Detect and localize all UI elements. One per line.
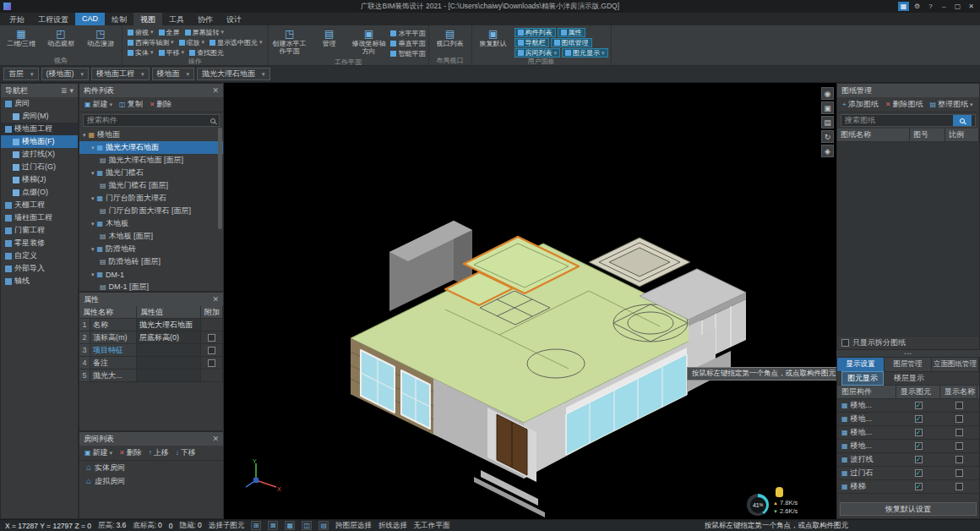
drawing-search-input[interactable]: 搜索图纸 [841, 114, 976, 127]
show-element-checkbox[interactable]: ✓ [915, 402, 923, 409]
attach-checkbox[interactable] [208, 347, 215, 354]
filter-checkbox[interactable] [841, 339, 849, 347]
show-element-checkbox[interactable]: ✓ [915, 429, 923, 436]
component-search-input[interactable]: 搜索构件 [83, 114, 220, 127]
show-name-checkbox[interactable] [956, 415, 963, 423]
ribbon-bigbtn-2-2[interactable]: ▣修改坐标轴方向 [351, 26, 388, 56]
window-select-icon[interactable]: ⊞ [251, 521, 261, 530]
display-subtab-1[interactable]: 楼层显示 [889, 372, 929, 385]
room-toolbar-btn-1[interactable]: ✕删除 [117, 447, 144, 459]
expand-icon[interactable]: ▾ [91, 221, 95, 227]
tree-item-7[interactable]: ▾▦木地板 [79, 217, 223, 230]
panel-toggle-1-0[interactable]: 导航栏 [514, 38, 549, 47]
tree-item-11[interactable]: ▾▦DM-1 [79, 268, 223, 281]
breadcrumb-item-0[interactable]: 首层▾ [3, 68, 39, 80]
ribbon-smbtn-1-1-1[interactable]: 缩放▾ [177, 37, 208, 47]
panel-toggle-0-0[interactable]: 构件列表 [514, 28, 556, 37]
attach-checkbox[interactable] [208, 359, 215, 367]
attach-checkbox[interactable] [208, 334, 215, 342]
zoom-extent-icon[interactable]: ◉ [821, 87, 834, 100]
ribbon-tab-3[interactable]: 绘制 [105, 13, 133, 25]
search-drawings-button[interactable] [953, 115, 972, 126]
show-element-checkbox[interactable]: ✓ [915, 483, 923, 490]
viewcube-icon[interactable]: ▣ [821, 101, 834, 114]
drawing-toolbar-btn-0[interactable]: +添加图纸 [840, 99, 881, 111]
display-tab-2[interactable]: 立面图纸管理 [932, 358, 979, 371]
close-icon[interactable]: ✕ [212, 435, 219, 443]
breadcrumb-item-3[interactable]: 楼地面▾ [152, 68, 195, 80]
component-toolbar-btn-0[interactable]: ▣新建▾ [82, 99, 115, 111]
status-mode-2[interactable]: 无工作平面 [414, 521, 450, 531]
ribbon-bigbtn-4-0[interactable]: ▣恢复默认 [475, 26, 512, 48]
drawing-table-body[interactable] [837, 142, 979, 336]
tree-item-5[interactable]: ▾▦门厅台阶面大理石 [79, 192, 223, 205]
ribbon-bigbtn-2-1[interactable]: ▤管理 [311, 26, 348, 48]
expand-icon[interactable]: ▾ [91, 271, 95, 278]
compass-icon[interactable]: ◈ [821, 145, 834, 157]
room-item-0[interactable]: ⌂实体房间 [79, 461, 223, 474]
panel-splitter[interactable]: ••• [836, 350, 980, 357]
breadcrumb-item-2[interactable]: 楼地面工程▾ [91, 68, 150, 80]
ribbon-bigbtn-3-0[interactable]: ▤视口列表 [432, 26, 469, 48]
nav-item-0[interactable]: 房间 [1, 97, 78, 110]
room-toolbar-btn-3[interactable]: ↓下移 [173, 447, 199, 459]
status-mode-1[interactable]: 折线选择 [378, 521, 407, 531]
close-icon[interactable]: ✕ [212, 86, 219, 95]
ribbon-smbtn-1-1-2[interactable]: 显示选中图元▾ [207, 37, 265, 47]
tree-item-6[interactable]: ▤门厅台阶面大理石 [面层] [79, 205, 223, 217]
prop-value[interactable] [137, 357, 201, 369]
show-name-checkbox[interactable] [956, 442, 963, 450]
nav-item-14[interactable]: 轴线 [1, 275, 78, 287]
expand-icon[interactable]: ▾ [91, 170, 95, 177]
chevron-down-icon[interactable]: ▾ [69, 86, 74, 95]
ribbon-bigbtn-0-0[interactable]: ▦二维/三维 [3, 26, 40, 48]
breadcrumb-item-4[interactable]: 抛光大理石地面▾ [197, 68, 270, 80]
ribbon-smbtn-1-0-1[interactable]: 全屏 [156, 27, 182, 37]
ribbon-smbtn-1-0-0[interactable]: 俯视▾ [125, 27, 156, 37]
ribbon-tab-6[interactable]: 协作 [191, 13, 220, 25]
badge-icon[interactable]: ▦ [898, 2, 909, 11]
nav-item-5[interactable]: 过门石(G) [1, 161, 78, 173]
nav-item-11[interactable]: 零星装修 [1, 237, 78, 249]
scrollbar[interactable] [218, 128, 222, 229]
display-tab-0[interactable]: 显示设置 [837, 358, 885, 371]
component-toolbar-btn-1[interactable]: ◫复制 [117, 99, 145, 111]
ribbon-smbtn-1-1-0[interactable]: 西南等轴测▾ [125, 37, 177, 47]
prop-value[interactable] [137, 344, 201, 356]
tree-item-10[interactable]: ▤防滑地砖 [面层] [79, 255, 223, 268]
minimize-icon[interactable]: – [939, 2, 950, 11]
show-name-checkbox[interactable] [956, 456, 963, 463]
ribbon-tab-2[interactable]: CAD [75, 13, 105, 25]
help-icon[interactable]: ? [925, 2, 936, 11]
expand-icon[interactable]: ▾ [91, 246, 95, 253]
ribbon-smbtn-1-2-1[interactable]: 平移▾ [156, 47, 188, 57]
tree-item-9[interactable]: ▾▦防滑地砖 [79, 243, 223, 255]
viewport-3d[interactable]: 按鼠标左键指定第一个角点，或点取构件图元 ◉▣▤↻◈ X Y 41% ▲7.8K… [224, 83, 836, 519]
ribbon-tab-0[interactable]: 开始 [3, 13, 31, 25]
tree-item-0[interactable]: ▾▦楼地面 [79, 129, 223, 141]
breadcrumb-item-1[interactable]: (楼地面)▾ [41, 68, 90, 80]
ribbon-bigbtn-2-0[interactable]: ◳创建水平工作平面 [271, 26, 308, 56]
ribbon-tab-4[interactable]: 视图 [133, 13, 162, 25]
ribbon-tab-5[interactable]: 工具 [162, 13, 191, 25]
plane-option-2[interactable]: 智能平面 [390, 48, 426, 58]
drawing-toolbar-btn-2[interactable]: ▤整理图纸▾ [927, 99, 975, 111]
show-element-checkbox[interactable]: ✓ [915, 442, 923, 450]
status-mode-0[interactable]: 跨图层选择 [335, 521, 372, 531]
display-subtab-0[interactable]: 图元显示 [841, 371, 884, 386]
tree-item-2[interactable]: ▤抛光大理石地面 [面层] [79, 154, 223, 167]
layer-select-icon[interactable]: ◫ [302, 521, 312, 530]
show-name-checkbox[interactable] [956, 469, 963, 477]
nav-item-10[interactable]: 门窗工程 [1, 224, 78, 237]
nav-item-6[interactable]: 楼梯(J) [1, 173, 78, 186]
clear-select-icon[interactable]: ▤ [318, 521, 329, 530]
nav-item-7[interactable]: 点缀(O) [1, 186, 78, 199]
plane-option-0[interactable]: 水平平面 [390, 28, 426, 38]
viewports-icon[interactable]: ▤ [821, 116, 834, 129]
room-item-1[interactable]: ⌂虚拟房间 [79, 474, 223, 488]
show-name-checkbox[interactable] [956, 483, 963, 490]
room-toolbar-btn-2[interactable]: ↑上移 [146, 447, 172, 459]
prop-value[interactable] [137, 370, 201, 381]
prop-value[interactable]: 抛光大理石地面 [137, 319, 201, 331]
nav-item-3[interactable]: 楼地面(F) [1, 135, 78, 148]
